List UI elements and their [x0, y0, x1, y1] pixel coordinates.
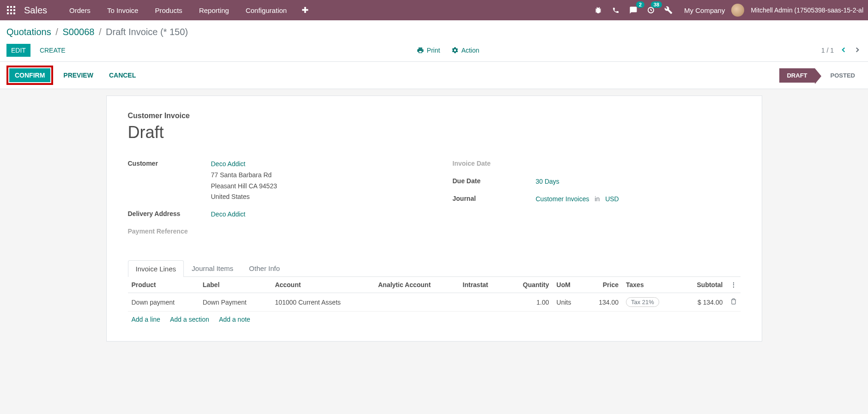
tab-invoice-lines[interactable]: Invoice Lines [128, 260, 184, 277]
avatar[interactable] [731, 4, 744, 17]
status-posted[interactable]: POSTED [824, 68, 862, 83]
customer-link[interactable]: Deco Addict [211, 160, 246, 168]
activities-icon[interactable]: 38 [645, 5, 656, 16]
th-product[interactable]: Product [128, 277, 199, 293]
nav-link-to-invoice[interactable]: To Invoice [99, 1, 147, 20]
th-taxes[interactable]: Taxes [622, 277, 680, 293]
th-kebab[interactable]: ⋮ [727, 277, 741, 293]
cell-taxes[interactable]: Tax 21% [622, 293, 680, 312]
cell-label[interactable]: Down Payment [199, 293, 271, 312]
due-date-link[interactable]: 30 Days [536, 178, 559, 185]
confirm-highlight: Confirm [6, 66, 53, 85]
svg-rect-2 [13, 6, 15, 8]
nav-right: 2 38 My Company Mitchell Admin (17505398… [593, 4, 863, 17]
edit-button[interactable]: Edit [6, 44, 30, 57]
tab-journal-items[interactable]: Journal Items [184, 260, 241, 276]
kebab-icon[interactable]: ⋮ [730, 281, 737, 288]
svg-rect-6 [7, 12, 9, 14]
nav-link-configuration[interactable]: Configuration [237, 1, 295, 20]
th-analytic[interactable]: Analytic Account [374, 277, 459, 293]
breadcrumb-quotations[interactable]: Quotations [6, 27, 51, 37]
nav-link-products[interactable]: Products [146, 1, 190, 20]
journal-value: Customer Invoices in USD [536, 194, 619, 205]
nav-links: Orders To Invoice Products Reporting Con… [61, 1, 295, 20]
pager-prev-icon[interactable] [839, 46, 848, 55]
top-nav: Sales Orders To Invoice Products Reporti… [0, 0, 868, 20]
activities-badge: 38 [651, 1, 662, 8]
cell-uom[interactable]: Units [553, 293, 584, 312]
th-quantity[interactable]: Quantity [505, 277, 553, 293]
pager-next-icon[interactable] [853, 46, 862, 55]
phone-icon[interactable] [610, 5, 621, 16]
cell-product[interactable]: Down payment [128, 293, 199, 312]
payment-ref-label: Payment Reference [128, 227, 211, 235]
form-col-left: Customer Deco Addict 77 Santa Barbara Rd… [128, 159, 416, 244]
table-row[interactable]: Down payment Down Payment 101000 Current… [128, 293, 741, 312]
apps-icon[interactable] [5, 4, 18, 17]
form-sheet: Customer Invoice Draft Customer Deco Add… [106, 96, 762, 342]
move-type-label: Customer Invoice [128, 112, 741, 120]
th-uom[interactable]: UoM [553, 277, 584, 293]
invoice-lines-table: Product Label Account Analytic Account I… [128, 277, 741, 327]
th-subtotal[interactable]: Subtotal [680, 277, 727, 293]
preview-button[interactable]: Preview [58, 68, 99, 82]
cell-price[interactable]: 134.00 [584, 293, 622, 312]
messages-badge: 2 [636, 1, 644, 8]
cell-quantity[interactable]: 1.00 [505, 293, 553, 312]
form-col-right: Invoice Date Due Date 30 Days Journal Cu… [453, 159, 741, 244]
address-country: United States [211, 193, 250, 200]
company-label[interactable]: My Company [684, 6, 725, 14]
journal-link[interactable]: Customer Invoices [536, 195, 589, 203]
th-price[interactable]: Price [584, 277, 622, 293]
table-header-row: Product Label Account Analytic Account I… [128, 277, 741, 293]
cell-subtotal[interactable]: $ 134.00 [680, 293, 727, 312]
nav-link-orders[interactable]: Orders [61, 1, 99, 20]
nav-link-reporting[interactable]: Reporting [191, 1, 237, 20]
tools-icon[interactable] [663, 5, 674, 16]
tab-other-info[interactable]: Other Info [241, 260, 288, 276]
cell-analytic[interactable] [374, 293, 459, 312]
pager[interactable]: 1 / 1 [821, 47, 834, 54]
form-title: Draft [128, 123, 741, 142]
confirm-button[interactable]: Confirm [9, 68, 50, 82]
status-bar: Confirm Preview Cancel DRAFT POSTED [0, 62, 868, 89]
cell-account[interactable]: 101000 Current Assets [271, 293, 374, 312]
breadcrumb: Quotations / S00068 / Draft Invoice (* 1… [6, 27, 862, 37]
action-button[interactable]: Action [451, 47, 480, 54]
print-icon [417, 47, 424, 54]
due-date-label: Due Date [453, 176, 536, 185]
status-draft[interactable]: DRAFT [779, 68, 814, 83]
cell-delete[interactable] [727, 293, 741, 312]
customer-value: Deco Addict 77 Santa Barbara Rd Pleasant… [211, 159, 277, 203]
journal-label: Journal [453, 194, 536, 202]
delivery-link[interactable]: Deco Addict [211, 210, 246, 218]
th-label[interactable]: Label [199, 277, 271, 293]
delivery-label: Delivery Address [128, 209, 211, 217]
add-menu-icon[interactable]: ✚ [295, 1, 315, 19]
cancel-button[interactable]: Cancel [103, 68, 141, 82]
th-account[interactable]: Account [271, 277, 374, 293]
bug-icon[interactable] [593, 5, 604, 16]
cp-center: Print Action [75, 47, 821, 54]
print-label: Print [427, 47, 440, 54]
trash-icon[interactable] [730, 299, 737, 306]
print-button[interactable]: Print [417, 47, 440, 54]
create-button[interactable]: Create [35, 44, 70, 57]
action-label: Action [461, 47, 480, 54]
field-customer: Customer Deco Addict 77 Santa Barbara Rd… [128, 159, 416, 203]
user-label[interactable]: Mitchell Admin (17505398-saas-15-2-al [751, 6, 863, 14]
messages-icon[interactable]: 2 [628, 5, 639, 16]
tax-chip[interactable]: Tax 21% [626, 297, 659, 307]
breadcrumb-s00068[interactable]: S00068 [62, 27, 94, 37]
breadcrumb-current: Draft Invoice (* 150) [106, 27, 188, 37]
currency-link[interactable]: USD [605, 195, 619, 203]
add-note-link[interactable]: Add a note [219, 316, 250, 323]
brand[interactable]: Sales [24, 5, 47, 16]
cell-intrastat[interactable] [459, 293, 505, 312]
th-intrastat[interactable]: Intrastat [459, 277, 505, 293]
cp-right: 1 / 1 [821, 46, 862, 55]
add-line-link[interactable]: Add a line [132, 316, 160, 323]
add-section-link[interactable]: Add a section [170, 316, 209, 323]
svg-rect-0 [7, 6, 9, 8]
due-date-value: 30 Days [536, 176, 559, 187]
